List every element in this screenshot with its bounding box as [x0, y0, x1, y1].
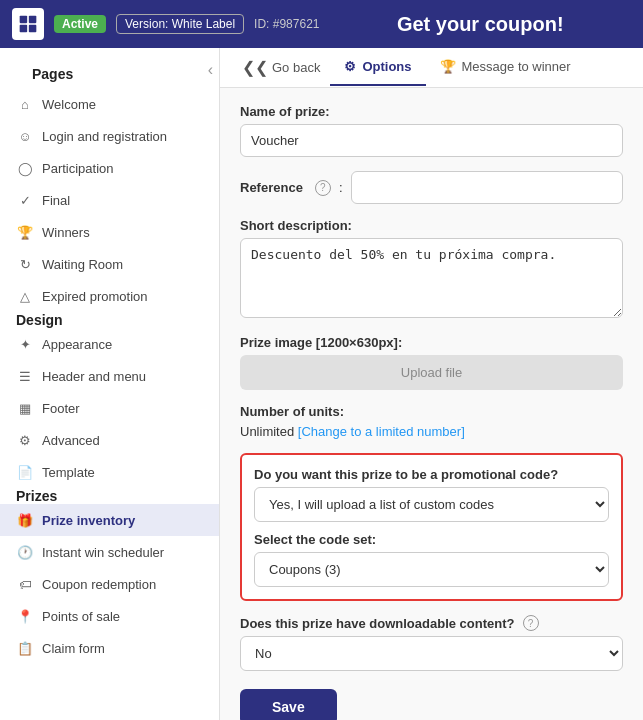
save-button[interactable]: Save [240, 689, 337, 720]
gear-icon: ⚙ [344, 59, 356, 74]
sidebar-label-welcome: Welcome [42, 97, 96, 112]
tabs-bar: ❮❮ Go back ⚙ Options 🏆 Message to winner [220, 48, 643, 88]
sidebar-label-winners: Winners [42, 225, 90, 240]
code-set-select[interactable]: Coupons (3) [254, 552, 609, 587]
home-icon: ⌂ [16, 95, 34, 113]
sidebar-item-waiting-room[interactable]: ↻ Waiting Room [0, 248, 219, 280]
name-of-prize-group: Name of prize: [240, 104, 623, 157]
check-circle-icon: ◯ [16, 159, 34, 177]
page-title: Get your coupon! [329, 13, 631, 36]
reference-label: Reference [240, 180, 303, 195]
upload-file-button[interactable]: Upload file [240, 355, 623, 390]
reference-colon: : [339, 180, 343, 195]
name-of-prize-label: Name of prize: [240, 104, 623, 119]
sidebar-label-instant-win: Instant win scheduler [42, 545, 164, 560]
sidebar-item-coupon-redemption[interactable]: 🏷 Coupon redemption [0, 568, 219, 600]
units-text: Unlimited [240, 424, 294, 439]
sidebar-item-points-of-sale[interactable]: 📍 Points of sale [0, 600, 219, 632]
sidebar-item-instant-win[interactable]: 🕐 Instant win scheduler [0, 536, 219, 568]
change-limit-link[interactable]: [Change to a limited number] [298, 424, 465, 439]
sidebar-label-final: Final [42, 193, 70, 208]
sidebar-label-prize-inventory: Prize inventory [42, 513, 135, 528]
downloadable-help-icon[interactable]: ? [523, 615, 539, 631]
coupon-icon: 🏷 [16, 575, 34, 593]
svg-rect-3 [29, 25, 37, 33]
prize-image-label: Prize image [1200×630px]: [240, 335, 623, 350]
sidebar-item-welcome[interactable]: ⌂ Welcome [0, 88, 219, 120]
svg-rect-0 [20, 16, 28, 24]
sidebar-item-header-menu[interactable]: ☰ Header and menu [0, 360, 219, 392]
check-icon: ✓ [16, 191, 34, 209]
short-description-group: Short description: Descuento del 50% en … [240, 218, 623, 321]
sidebar-collapse-icon[interactable]: ‹ [208, 61, 213, 79]
clock-icon: ↻ [16, 255, 34, 273]
message-label: Message to winner [462, 59, 571, 74]
reference-group: Reference ? : [240, 171, 623, 204]
reference-help-icon[interactable]: ? [315, 180, 331, 196]
sidebar-item-final[interactable]: ✓ Final [0, 184, 219, 216]
sidebar-label-login: Login and registration [42, 129, 167, 144]
clock2-icon: 🕐 [16, 543, 34, 561]
sparkle-icon: ✦ [16, 335, 34, 353]
promo-code-box: Do you want this prize to be a promotion… [240, 453, 623, 601]
person-icon: ☺ [16, 127, 34, 145]
options-label: Options [362, 59, 411, 74]
version-badge: Version: White Label [116, 14, 244, 34]
trophy-icon: 🏆 [16, 223, 34, 241]
sidebar-label-claim-form: Claim form [42, 641, 105, 656]
code-set-group: Select the code set: Coupons (3) [254, 532, 609, 587]
menu-icon: ☰ [16, 367, 34, 385]
sidebar-label-coupon-redemption: Coupon redemption [42, 577, 156, 592]
number-of-units-group: Number of units: Unlimited [Change to a … [240, 404, 623, 439]
promo-code-group: Do you want this prize to be a promotion… [254, 467, 609, 522]
sidebar-label-waiting-room: Waiting Room [42, 257, 123, 272]
number-of-units-value: Unlimited [Change to a limited number] [240, 424, 623, 439]
sidebar-item-claim-form[interactable]: 📋 Claim form [0, 632, 219, 664]
chevron-left-icon: ❮❮ [242, 58, 268, 77]
sidebar-label-appearance: Appearance [42, 337, 112, 352]
sidebar-label-header-menu: Header and menu [42, 369, 146, 384]
downloadable-select[interactable]: No Yes [240, 636, 623, 671]
prizes-section-title: Prizes [0, 474, 73, 510]
header: Active Version: White Label ID: #987621 … [0, 0, 643, 48]
prize-image-group: Prize image [1200×630px]: Upload file [240, 335, 623, 390]
reference-input[interactable] [351, 171, 624, 204]
sidebar-label-footer: Footer [42, 401, 80, 416]
main-layout: Pages ‹ ⌂ Welcome ☺ Login and registrati… [0, 48, 643, 720]
short-description-input[interactable]: Descuento del 50% en tu próxima compra. [240, 238, 623, 318]
short-description-label: Short description: [240, 218, 623, 233]
pages-section-title: Pages [16, 52, 89, 88]
downloadable-group: Does this prize have downloadable conten… [240, 615, 623, 671]
sidebar-item-footer[interactable]: ▦ Footer [0, 392, 219, 424]
sidebar-label-participation: Participation [42, 161, 114, 176]
sidebar-item-advanced[interactable]: ⚙ Advanced [0, 424, 219, 456]
design-section-title: Design [0, 298, 79, 334]
go-back-tab[interactable]: ❮❮ Go back [232, 48, 330, 87]
downloadable-label: Does this prize have downloadable conten… [240, 616, 515, 631]
go-back-label: Go back [272, 60, 320, 75]
trophy-tab-icon: 🏆 [440, 59, 456, 74]
footer-icon: ▦ [16, 399, 34, 417]
sidebar-item-login[interactable]: ☺ Login and registration [0, 120, 219, 152]
content-area: ❮❮ Go back ⚙ Options 🏆 Message to winner… [220, 48, 643, 720]
active-badge: Active [54, 15, 106, 33]
sidebar: Pages ‹ ⌂ Welcome ☺ Login and registrati… [0, 48, 220, 720]
svg-rect-2 [20, 25, 28, 33]
message-tab[interactable]: 🏆 Message to winner [426, 49, 585, 86]
sidebar-label-points-of-sale: Points of sale [42, 609, 120, 624]
options-tab[interactable]: ⚙ Options [330, 49, 425, 86]
promo-code-label: Do you want this prize to be a promotion… [254, 467, 609, 482]
svg-rect-1 [29, 16, 37, 24]
id-badge: ID: #987621 [254, 17, 319, 31]
sidebar-item-winners[interactable]: 🏆 Winners [0, 216, 219, 248]
gift-icon: 🎁 [16, 511, 34, 529]
form-icon: 📋 [16, 639, 34, 657]
logo [12, 8, 44, 40]
sidebar-item-participation[interactable]: ◯ Participation [0, 152, 219, 184]
sidebar-label-advanced: Advanced [42, 433, 100, 448]
form-area: Name of prize: Reference ? : Short descr… [220, 88, 643, 720]
name-of-prize-input[interactable] [240, 124, 623, 157]
promo-code-select[interactable]: No Yes, I will upload a list of custom c… [254, 487, 609, 522]
settings-icon: ⚙ [16, 431, 34, 449]
code-set-label: Select the code set: [254, 532, 609, 547]
